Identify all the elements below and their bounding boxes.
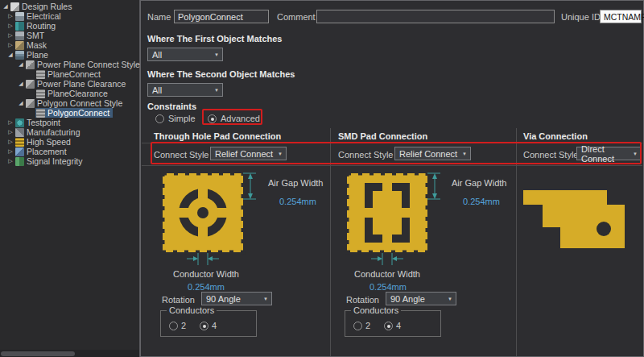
chevron-down-icon: ▼ (214, 88, 219, 93)
smd-rotation-dropdown[interactable]: 90 Angle ▼ (386, 292, 456, 305)
manufacturing-icon (15, 128, 24, 137)
conductor-width-label: Conductor Width (354, 269, 420, 279)
tree-item-manufacturing[interactable]: ▷ Manufacturing (0, 127, 139, 137)
chevron-down-icon: ▼ (448, 297, 452, 301)
tree-item-routing[interactable]: ▷ Routing (0, 21, 139, 31)
air-gap-value: 0.254mm (279, 197, 316, 206)
column-divider (330, 128, 331, 356)
conductors-2-radio[interactable] (353, 322, 362, 330)
expanded-arrow-icon[interactable]: ◢ (6, 50, 14, 60)
conductors-group: Conductors 2 4 (160, 310, 257, 337)
connect-style-label: Connect Style (154, 150, 208, 160)
name-label: Name (147, 12, 171, 22)
rule-category-icon (26, 99, 35, 108)
tree-item-power-plane-clearance[interactable]: ◢ Power Plane Clearance (0, 79, 139, 89)
expanded-arrow-icon[interactable]: ◢ (17, 79, 25, 89)
placement-icon (15, 147, 24, 156)
name-input[interactable] (174, 10, 269, 23)
rotation-label: Rotation (162, 295, 195, 305)
tree-item-label: SMT (27, 31, 44, 40)
tree-item-polygonconnect[interactable]: PolygonConnect (0, 108, 139, 118)
through-hole-connect-style-dropdown[interactable]: Relief Connect ▼ (210, 147, 287, 160)
first-match-dropdown[interactable]: All ▼ (147, 48, 223, 61)
comment-input[interactable] (316, 10, 555, 23)
rotation-label: Rotation (346, 295, 379, 305)
conductor-width-label: Conductor Width (173, 269, 239, 279)
conductor-width-value: 0.254mm (369, 282, 407, 292)
tree-item-testpoint[interactable]: ▷ Testpoint (0, 118, 139, 127)
expanded-arrow-icon[interactable]: ◢ (17, 98, 25, 108)
tree-item-electrical[interactable]: ▷ Electrical (0, 11, 139, 21)
air-gap-label: Air Gap Width (268, 178, 323, 188)
tree-item-label: Signal Integrity (27, 156, 82, 166)
conductors-2-radio[interactable] (169, 322, 178, 330)
comment-label: Comment (277, 12, 316, 22)
chevron-down-icon: ▼ (633, 152, 638, 156)
second-match-dropdown[interactable]: All ▼ (147, 83, 223, 97)
tree-item-power-plane-connect-style[interactable]: ◢ Power Plane Connect Style (0, 60, 139, 69)
design-rules-icon (10, 2, 19, 11)
advanced-radio[interactable] (208, 114, 217, 123)
tree-item-smt[interactable]: ▷ SMT (0, 31, 139, 40)
tree-item-signal-integrity[interactable]: ▷ Signal Integrity (0, 156, 139, 166)
rule-category-icon (26, 60, 35, 69)
second-match-title: Where The Second Object Matches (147, 69, 295, 79)
column-divider (516, 128, 517, 356)
conductors-group-label: Conductors (351, 305, 401, 315)
smd-pad-title: SMD Pad Connection (338, 131, 427, 141)
air-gap-label: Air Gap Width (452, 178, 506, 188)
collapsed-arrow-icon[interactable]: ▷ (6, 31, 14, 40)
high-speed-icon (15, 138, 24, 147)
chevron-down-icon: ▼ (263, 297, 268, 301)
testpoint-icon (15, 118, 24, 127)
collapsed-arrow-icon[interactable]: ▷ (6, 137, 14, 147)
conductors-4-radio[interactable] (384, 322, 393, 330)
collapsed-arrow-icon[interactable]: ▷ (6, 156, 14, 166)
rules-tree-panel: ◢ Design Rules ▷ Electrical ▷ Routing ▷ … (0, 0, 140, 357)
collapsed-arrow-icon[interactable]: ▷ (6, 11, 14, 21)
collapsed-arrow-icon[interactable]: ▷ (6, 118, 14, 127)
tree-item-label: PolygonConnect (47, 108, 109, 118)
tree-item-plane[interactable]: ◢ Plane (0, 50, 139, 60)
tree-item-label: Manufacturing (27, 127, 80, 137)
collapsed-arrow-icon[interactable]: ▷ (6, 147, 14, 156)
signal-integrity-icon (15, 157, 24, 166)
rule-category-icon (26, 80, 35, 89)
expanded-arrow-icon[interactable]: ◢ (2, 2, 10, 11)
via-connect-style-dropdown[interactable]: Direct Connect ▼ (576, 147, 642, 160)
chevron-down-icon: ▼ (462, 152, 467, 156)
tree-item-label: High Speed (27, 137, 71, 147)
conductors-group: Conductors 2 4 (345, 310, 441, 337)
unique-id-label: Unique ID (561, 12, 601, 22)
collapsed-arrow-icon[interactable]: ▷ (6, 21, 14, 31)
tree-item-mask[interactable]: ▷ Mask (0, 40, 139, 50)
simple-radio-label: Simple (168, 114, 196, 123)
collapsed-arrow-icon[interactable]: ▷ (6, 40, 14, 50)
simple-radio[interactable] (155, 114, 164, 123)
tree-item-high-speed[interactable]: ▷ High Speed (0, 137, 139, 147)
collapsed-arrow-icon[interactable]: ▷ (6, 127, 14, 137)
via-connection-title: Via Connection (523, 131, 588, 141)
scrollbar-thumb[interactable] (1, 351, 75, 356)
smd-connect-style-dropdown[interactable]: Relief Connect ▼ (394, 147, 471, 160)
tree-item-polygon-connect-style[interactable]: ◢ Polygon Connect Style (0, 98, 139, 108)
tree-item-placement[interactable]: ▷ Placement (0, 147, 139, 156)
conductors-group-label: Conductors (167, 305, 217, 315)
conductors-4-radio[interactable] (200, 322, 208, 330)
chevron-down-icon: ▼ (214, 52, 219, 57)
tree-item-design-rules[interactable]: ◢ Design Rules (0, 2, 139, 11)
tree-item-label: Power Plane Clearance (37, 79, 126, 89)
horizontal-scrollbar[interactable] (0, 350, 139, 357)
plane-icon (15, 51, 24, 60)
tree-item-planeclearance[interactable]: PlaneClearance (0, 89, 139, 98)
design-rules-window: ◢ Design Rules ▷ Electrical ▷ Routing ▷ … (0, 0, 644, 357)
tree-item-label: Mask (27, 40, 47, 50)
expanded-arrow-icon[interactable]: ◢ (17, 60, 25, 69)
via-direct-connect-preview (523, 187, 628, 251)
divider (142, 165, 642, 166)
through-hole-rotation-dropdown[interactable]: 90 Angle ▼ (201, 292, 272, 305)
tree-item-planeconnect[interactable]: PlaneConnect (0, 69, 139, 79)
rule-icon (36, 70, 45, 79)
through-hole-title: Through Hole Pad Connection (154, 131, 281, 141)
electrical-icon (15, 12, 24, 21)
